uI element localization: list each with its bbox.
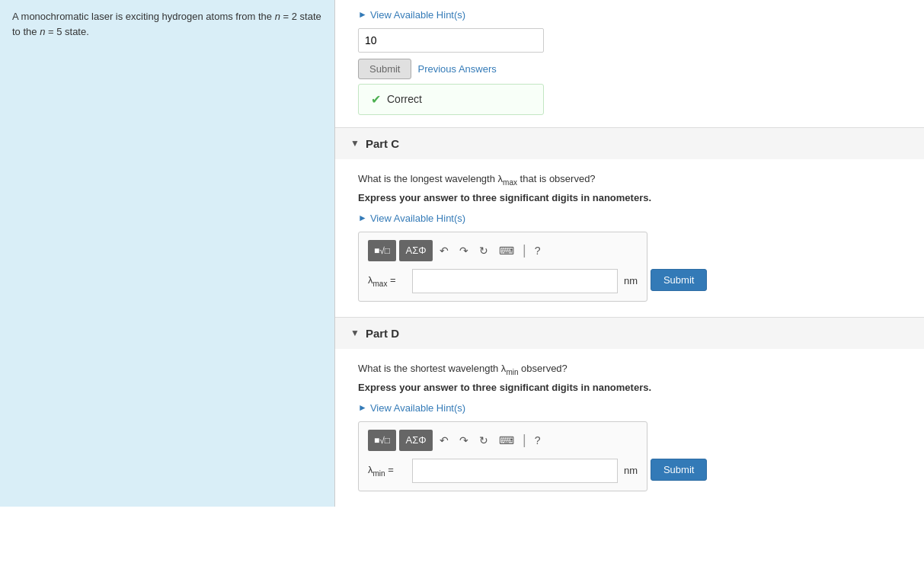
part-d-body: What is the shortest wavelength λmin obs… [335, 349, 924, 507]
part-c-redo-icon: ↷ [459, 245, 468, 257]
part-d-refresh-btn[interactable]: ↻ [475, 430, 492, 451]
part-d-help-icon: ? [535, 434, 541, 446]
part-d-keyboard-icon: ⌨ [499, 434, 514, 446]
part-c-help-icon: ? [535, 245, 541, 257]
submit-button-disabled: Submit [358, 59, 411, 79]
part-d-hint-link[interactable]: ► View Available Hint(s) [358, 402, 465, 414]
answer-controls: Submit Previous Answers [358, 59, 901, 79]
part-c-keyboard-btn[interactable]: ⌨ [495, 240, 518, 261]
part-c-header[interactable]: ▼ Part C [335, 128, 924, 159]
previous-answer-area: ► View Available Hint(s) Submit Previous… [335, 0, 924, 127]
part-c-submit-button[interactable]: Submit [651, 269, 707, 291]
part-c-redo-btn[interactable]: ↷ [456, 240, 472, 261]
part-d-symbol-btn[interactable]: ΑΣΦ [399, 430, 433, 451]
part-d-collapse-icon: ▼ [350, 328, 360, 338]
part-c-answer-input[interactable] [412, 269, 618, 293]
part-c-toolbar: ■√□ ΑΣΦ ↶ ↷ ↻ ⌨ [368, 240, 638, 261]
answer-text-input[interactable] [358, 28, 544, 53]
part-d-undo-btn[interactable]: ↶ [436, 430, 452, 451]
hint-link-top[interactable]: ► View Available Hint(s) [358, 9, 465, 21]
part-c-collapse-icon: ▼ [350, 138, 360, 149]
part-d-sqrt-btn[interactable]: ■√□ [368, 430, 396, 451]
part-d-help-btn[interactable]: ? [531, 430, 545, 451]
part-c-keyboard-icon: ⌨ [499, 245, 514, 257]
correct-label: Correct [387, 93, 422, 105]
part-d-hint-arrow-icon: ► [358, 402, 367, 413]
answer-input-row [358, 28, 901, 53]
part-c-symbol-label: ΑΣΦ [406, 245, 427, 256]
part-d-math-label: λmin = [368, 464, 406, 478]
problem-panel: A monochromatic laser is exciting hydrog… [0, 0, 335, 507]
part-c-undo-icon: ↶ [440, 245, 449, 257]
part-c-hint-link[interactable]: ► View Available Hint(s) [358, 213, 465, 224]
hint-arrow-icon: ► [358, 9, 367, 20]
part-c-math-label: λmax = [368, 274, 406, 288]
part-c-input-row: λmax = nm [368, 269, 638, 293]
part-c-title: Part C [366, 137, 399, 150]
part-c-sqrt-icon: ■√□ [374, 245, 390, 256]
part-d-title: Part D [366, 327, 399, 340]
part-d-header[interactable]: ▼ Part D [335, 318, 924, 349]
part-c-unit: nm [624, 275, 638, 286]
part-d-math-container: ■√□ ΑΣΦ ↶ ↷ ↻ ⌨ [358, 421, 647, 491]
part-c-undo-btn[interactable]: ↶ [436, 240, 452, 261]
part-c-section: ▼ Part C What is the longest wavelength … [335, 127, 924, 317]
part-c-hint-label: View Available Hint(s) [370, 213, 465, 224]
hint-link-top-label: View Available Hint(s) [370, 9, 465, 21]
part-d-separator: | [521, 432, 528, 448]
part-d-section: ▼ Part D What is the shortest wavelength… [335, 317, 924, 507]
part-c-math-container: ■√□ ΑΣΦ ↶ ↷ ↻ ⌨ [358, 232, 647, 302]
checkmark-icon: ✔ [371, 92, 381, 107]
right-panel: ► View Available Hint(s) Submit Previous… [335, 0, 924, 507]
part-c-question: What is the longest wavelength λmax that… [358, 171, 901, 188]
previous-answers-link[interactable]: Previous Answers [417, 63, 496, 75]
correct-banner: ✔ Correct [358, 84, 544, 115]
part-d-hint-label: View Available Hint(s) [370, 402, 465, 414]
part-d-answer-input[interactable] [412, 459, 618, 483]
part-d-express: Express your answer to three significant… [358, 382, 901, 393]
part-d-redo-icon: ↷ [459, 434, 468, 446]
part-c-refresh-icon: ↻ [479, 245, 488, 257]
part-d-input-row: λmin = nm [368, 459, 638, 483]
part-c-sqrt-btn[interactable]: ■√□ [368, 240, 396, 261]
part-d-toolbar: ■√□ ΑΣΦ ↶ ↷ ↻ ⌨ [368, 430, 638, 451]
part-d-refresh-icon: ↻ [479, 434, 488, 446]
part-c-express: Express your answer to three significant… [358, 192, 901, 203]
part-c-hint-arrow-icon: ► [358, 213, 367, 223]
part-d-undo-icon: ↶ [440, 434, 449, 446]
part-d-symbol-label: ΑΣΦ [406, 434, 427, 446]
part-d-submit-button[interactable]: Submit [651, 459, 707, 481]
part-d-redo-btn[interactable]: ↷ [456, 430, 472, 451]
part-d-question: What is the shortest wavelength λmin obs… [358, 361, 901, 378]
part-c-symbol-btn[interactable]: ΑΣΦ [399, 240, 433, 261]
part-d-sqrt-icon: ■√□ [374, 435, 390, 446]
part-c-help-btn[interactable]: ? [531, 240, 545, 261]
part-c-refresh-btn[interactable]: ↻ [475, 240, 492, 261]
part-c-separator: | [521, 242, 528, 258]
part-c-body: What is the longest wavelength λmax that… [335, 159, 924, 317]
part-d-unit: nm [624, 465, 638, 476]
part-d-keyboard-btn[interactable]: ⌨ [495, 430, 518, 451]
problem-text: A monochromatic laser is exciting hydrog… [12, 9, 322, 39]
